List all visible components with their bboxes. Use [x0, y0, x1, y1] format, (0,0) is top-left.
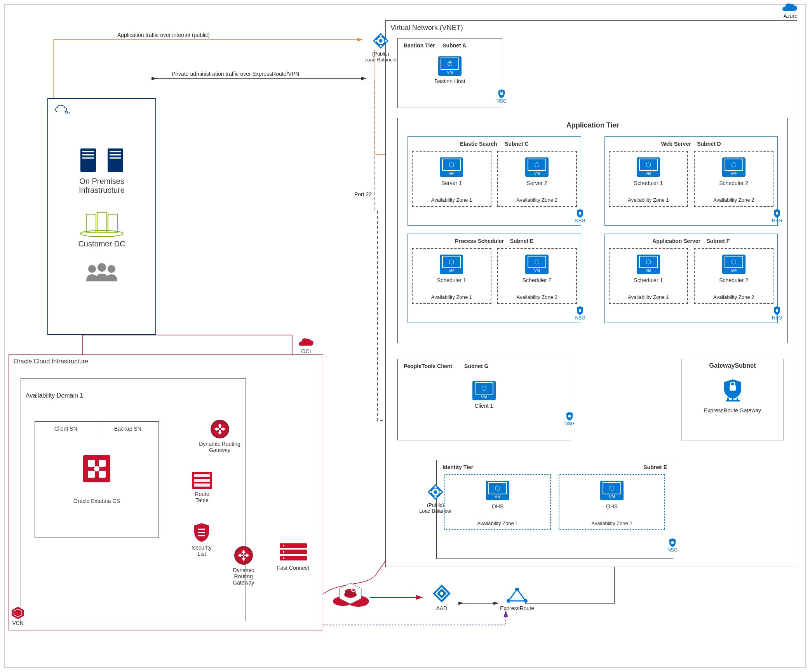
subnet-c-label: Subnet C: [505, 141, 528, 147]
drg2-label: Dynamic Routing Gateway: [233, 567, 254, 586]
id-az2-box: VM OHS Availability Zone 2: [559, 474, 665, 530]
svg-point-72: [434, 496, 437, 498]
er-gateway-label: ExpressRoute Gateway: [704, 407, 761, 414]
az1-box: VM Scheduler 1 Availability Zone 1: [609, 248, 688, 304]
app-tier-title: Application Tier: [398, 118, 787, 133]
expressroute-label: ExpressRoute: [500, 605, 534, 611]
svg-rect-58: [776, 212, 778, 215]
subnet-d-label: Subnet D: [697, 141, 721, 147]
vm-icon: VM: [486, 481, 509, 500]
subnet-c-box: Elastic Search Subnet C VM Server 1 Avai…: [408, 136, 581, 226]
cloud-icon: [782, 3, 798, 13]
fast-connect-icon: [278, 541, 309, 563]
subnet-f-label: Subnet F: [706, 238, 730, 244]
app-tier-box: Application Tier Elastic Search Subnet C…: [397, 118, 788, 343]
svg-marker-34: [12, 607, 24, 619]
nsg-label: NSG: [564, 421, 575, 426]
public-lb: (Public) Load Balancer: [364, 32, 397, 63]
svg-rect-67: [671, 541, 674, 544]
subnet-d-box: Web Server Subnet D VM Scheduler 1 Avail…: [604, 136, 778, 226]
svg-rect-21: [99, 471, 106, 478]
load-balancer-icon: [427, 483, 444, 501]
oci-cloud-label: OCI: [298, 337, 314, 354]
onprem-box: On Premises Infrastructure Customer DC: [47, 98, 156, 335]
identity-title: Identity Tier: [442, 464, 473, 470]
az1-box: VM Scheduler 1 Availability Zone 1: [609, 151, 688, 207]
svg-rect-61: [568, 415, 571, 417]
az2-box: VM Server 2 Availability Zone 2: [497, 151, 577, 207]
fast-connect-label: Fast Connect: [277, 565, 309, 571]
vm1-label: Server 1: [441, 180, 462, 186]
az2-box: VM Scheduler 2 Availability Zone 2: [694, 151, 773, 207]
svg-rect-12: [97, 212, 107, 233]
drg1-label: Dynamic Routing Gateway: [194, 441, 246, 453]
svg-point-55: [385, 40, 387, 42]
svg-rect-5: [82, 157, 94, 159]
cloud-users-icon: [54, 105, 70, 116]
security-list-label: Security List: [192, 545, 212, 557]
onprem-infra-label-2: Infrastructure: [48, 186, 155, 195]
bastion-subnet-label: Subnet A: [442, 42, 466, 49]
nsg-label: NSG: [575, 218, 585, 223]
svg-rect-4: [82, 154, 94, 155]
vnet-box: Virtual Network (VNET) (Public) Load Bal…: [385, 20, 797, 567]
svg-rect-31: [198, 535, 205, 536]
exadata-icon: [83, 455, 110, 482]
oci-title: Oracle Cloud Infrastructure: [9, 355, 323, 368]
svg-rect-27: [194, 479, 210, 482]
svg-rect-13: [108, 214, 118, 233]
az-label: Availability Zone 2: [516, 294, 557, 300]
svg-rect-28: [194, 483, 210, 487]
onprem-infra-label-1: On Premises: [48, 177, 155, 186]
svg-point-73: [429, 491, 432, 493]
svg-point-0: [65, 111, 68, 113]
drg1: Dynamic Routing Gateway: [194, 419, 246, 453]
private-traffic-label: Private administration traffic over Expr…: [172, 71, 299, 77]
bastion-tier-label: Bastion Tier: [404, 42, 435, 49]
svg-point-14: [88, 265, 96, 273]
svg-rect-3: [82, 151, 94, 152]
route-table-icon: [192, 472, 212, 489]
bastion-tier-box: Bastion Tier Subnet A VM Bastion Host NS…: [397, 38, 502, 108]
az-label: Availability Zone 1: [431, 294, 472, 300]
aad-label: AAD: [436, 605, 448, 611]
ohs2-label: OHS: [606, 503, 618, 510]
id-az1-label: Availability Zone 1: [477, 520, 518, 526]
peopletools-box: PeopleTools Client Subnet G VM Client 1 …: [397, 359, 570, 440]
svg-rect-8: [110, 154, 121, 155]
identity-lb: (Public) Load Balancer: [419, 483, 452, 514]
drg2: Dynamic Routing Gateway: [233, 546, 254, 586]
idcs: IDCS: [331, 580, 370, 607]
svg-point-41: [283, 557, 284, 559]
vcn-label: VCN: [12, 620, 24, 626]
svg-rect-60: [776, 309, 778, 312]
vm-icon: VM: [438, 56, 462, 76]
nsg-icon: [576, 306, 584, 315]
diagram-canvas: Azure: [4, 4, 806, 668]
svg-point-39: [283, 545, 284, 546]
svg-rect-7: [110, 151, 121, 152]
svg-rect-11: [86, 214, 96, 233]
svg-rect-18: [88, 460, 95, 467]
port22-label: Port 22: [354, 191, 372, 197]
pt-client-label: Client 1: [475, 403, 493, 409]
id-az1-box: VM OHS Availability Zone 1: [444, 474, 551, 530]
svg-rect-30: [198, 532, 205, 533]
svg-point-51: [379, 39, 382, 42]
svg-rect-29: [198, 529, 205, 530]
svg-rect-62: [730, 385, 736, 391]
shield-icon: [193, 522, 211, 543]
svg-rect-59: [579, 309, 581, 312]
vm2-label: Scheduler 2: [523, 277, 552, 283]
vm-icon: VM: [637, 255, 660, 274]
ohs1-label: OHS: [492, 503, 503, 510]
az-label: Availability Zone 1: [628, 294, 669, 300]
vnet-title: Virtual Network (VNET): [386, 21, 797, 35]
vm-icon: VM: [600, 481, 624, 500]
svg-point-71: [434, 486, 437, 488]
svg-point-53: [380, 45, 382, 47]
svg-point-77: [440, 592, 443, 595]
svg-rect-26: [194, 474, 210, 477]
ps-label: Process Scheduler: [455, 238, 504, 244]
subnet-f-box: Application Server Subnet F VM Scheduler…: [604, 234, 778, 323]
